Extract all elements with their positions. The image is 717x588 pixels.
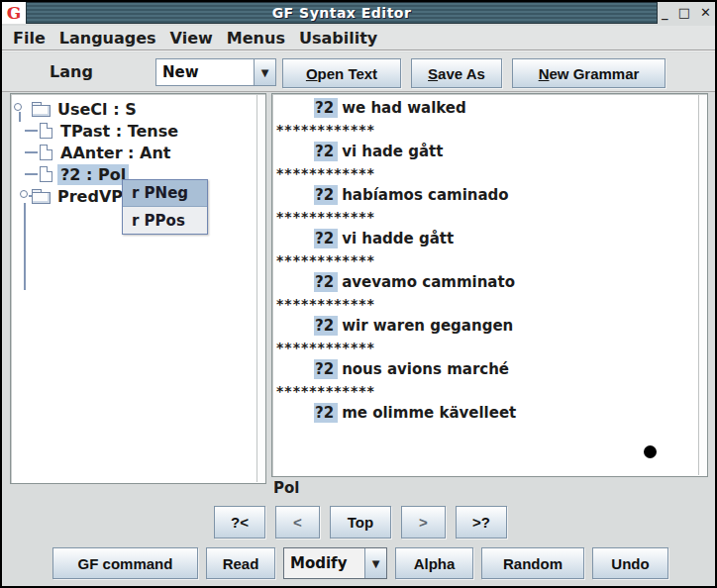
tree-item-aanter[interactable]: AAnter : Ant (40, 142, 174, 163)
output-scrollbar-track[interactable] (698, 95, 706, 475)
modify-select-value: Modify (284, 548, 364, 578)
lang-select-value: New (156, 59, 254, 85)
save-as-button[interactable]: Save As (411, 58, 502, 88)
document-icon (40, 166, 52, 182)
tree-item-predvp[interactable]: PredVP (32, 185, 126, 207)
top-button[interactable]: Top (330, 506, 391, 539)
sentence-line: ?2habíamos caminado (274, 184, 697, 206)
toolbar: Lang New ▼ Open Text Save As New Grammar (2, 52, 715, 92)
popup-item-pneg[interactable]: r PNeg (123, 180, 207, 207)
navigation-row: ?< < Top > >? (2, 506, 717, 539)
tree-item-pol-selected[interactable]: ?2 : Pol (40, 163, 129, 185)
chevron-down-icon[interactable]: ▼ (364, 548, 386, 578)
action-row: GF command Read Modify ▼ Alpha Random Un… (2, 547, 717, 579)
tree-item-label: UseCl : S (54, 99, 140, 120)
separator-line: ************ (274, 293, 697, 315)
prev-node-button[interactable]: < (275, 506, 320, 539)
document-icon (40, 145, 52, 160)
tree-connector (19, 112, 21, 122)
new-grammar-button[interactable]: New Grammar (512, 58, 666, 88)
sentence-line: ?2vi hadde gått (274, 228, 697, 249)
gf-command-button[interactable]: GF command (52, 547, 198, 579)
tree-item-tpast[interactable]: TPast : Tense (40, 120, 181, 142)
linearization-panel[interactable]: ?2we had walked ************ ?2vi hade g… (271, 93, 708, 477)
tree-expand-handle-icon[interactable] (14, 103, 22, 111)
syntax-tree-panel: UseCl : S TPast : Tense AAnter : Ant ?2 … (10, 93, 266, 484)
sentence-line: ?2nous avions marché (274, 358, 697, 380)
minimize-icon[interactable]: _ (662, 3, 668, 23)
prev-metavar-button[interactable]: ?< (214, 506, 265, 539)
separator-line: ************ (274, 337, 697, 358)
tree-item-label: TPast : Tense (57, 121, 181, 142)
folder-icon (32, 102, 50, 116)
window-title: GF Syntax Editor (272, 5, 412, 21)
menu-menus[interactable]: Menus (220, 29, 292, 48)
sentence-line: ?2me olimme kävelleet (274, 402, 697, 424)
folder-icon (32, 189, 50, 203)
menu-usability[interactable]: Usability (292, 29, 384, 48)
tree-collapse-handle-icon[interactable] (20, 190, 28, 198)
popup-item-ppos[interactable]: r PPos (123, 207, 207, 234)
menu-bar: File Languages View Menus Usability (2, 26, 715, 50)
next-metavar-button[interactable]: >? (456, 506, 507, 539)
menu-view[interactable]: View (163, 29, 220, 48)
refine-popup-menu: r PNeg r PPos (122, 179, 208, 235)
open-text-label: Open Text (306, 65, 377, 82)
open-text-button[interactable]: Open Text (282, 58, 401, 88)
window-controls: _ □ ✕ (658, 2, 715, 24)
sentence-line: ?2vi hade gått (274, 141, 697, 162)
separator-line: ************ (274, 119, 697, 141)
focus-dot (644, 445, 657, 458)
tree-scrollbar-track[interactable] (256, 95, 264, 482)
separator-line: ************ (274, 380, 697, 402)
tree-connector (25, 151, 38, 153)
modify-select[interactable]: Modify ▼ (283, 547, 387, 579)
lang-label: Lang (50, 62, 93, 81)
lang-select[interactable]: New ▼ (155, 58, 276, 86)
save-as-label: Save As (428, 65, 485, 82)
undo-button[interactable]: Undo (592, 547, 668, 579)
title-bar: G GF Syntax Editor _ □ ✕ (2, 2, 715, 24)
sentence-line: ?2we had walked (274, 97, 697, 119)
tree-connector (25, 173, 38, 175)
status-category-label: Pol (273, 479, 299, 497)
random-button[interactable]: Random (481, 547, 584, 579)
next-node-button[interactable]: > (401, 506, 446, 539)
close-icon[interactable]: ✕ (700, 3, 711, 23)
separator-line: ************ (274, 162, 697, 184)
separator-line: ************ (274, 249, 697, 271)
sentence-line: ?2avevamo camminato (274, 271, 697, 293)
menu-languages[interactable]: Languages (52, 29, 163, 48)
separator-line: ************ (274, 206, 697, 228)
new-grammar-label: New Grammar (539, 65, 640, 82)
tree-connector (24, 203, 26, 290)
document-icon (40, 123, 52, 139)
chevron-down-icon[interactable]: ▼ (254, 59, 275, 85)
app-window: G GF Syntax Editor _ □ ✕ File Languages … (0, 0, 717, 588)
gf-logo-icon: G (2, 2, 26, 24)
tree-connector (25, 130, 38, 132)
title-bar-center[interactable]: GF Syntax Editor (26, 2, 658, 24)
read-button[interactable]: Read (206, 547, 275, 579)
sentence-line: ?2wir waren gegangen (274, 315, 697, 337)
tree-item-label: AAnter : Ant (57, 143, 174, 163)
tree-item-label: ?2 : Pol (57, 164, 129, 185)
linearization-output: ?2we had walked ************ ?2vi hade g… (274, 97, 697, 424)
alpha-button[interactable]: Alpha (395, 547, 473, 579)
maximize-icon[interactable]: □ (678, 3, 690, 23)
tree-item-usecl[interactable]: UseCl : S (32, 98, 140, 120)
menu-file[interactable]: File (6, 29, 52, 48)
tree-item-label: PredVP (54, 186, 126, 207)
